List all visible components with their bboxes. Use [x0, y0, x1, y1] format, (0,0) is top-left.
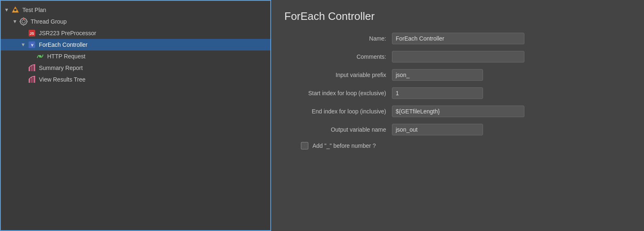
arrow-test-plan [4, 7, 10, 13]
output-variable-row: Output variable name [284, 124, 631, 135]
checkbox-row: Add "_" before number ? [301, 142, 631, 149]
summary-report-icon [27, 63, 36, 72]
testplan-icon [11, 5, 20, 14]
name-row: Name: [284, 33, 631, 44]
tree-item-label: Test Plan [22, 7, 46, 13]
arrow-foreach [21, 42, 26, 48]
svg-text:∀: ∀ [31, 43, 34, 47]
preprocessor-icon: JS [27, 29, 36, 38]
svg-rect-16 [34, 65, 35, 71]
end-index-label: End index for loop (inclusive) [284, 108, 392, 115]
name-input[interactable] [392, 33, 524, 44]
checkbox-label: Add "_" before number ? [312, 142, 376, 149]
svg-rect-17 [29, 79, 30, 83]
svg-point-1 [14, 9, 17, 11]
foreach-icon: ∀ [27, 40, 36, 49]
svg-rect-19 [34, 76, 35, 83]
output-variable-label: Output variable name [284, 126, 392, 133]
form-panel: ForEach Controller Name: Comments: Input… [271, 0, 644, 231]
page-title: ForEach Controller [284, 10, 631, 23]
tree-item-test-plan[interactable]: Test Plan [1, 4, 270, 16]
comments-row: Comments: [284, 51, 631, 63]
tree-item-label: Summary Report [39, 65, 83, 71]
input-prefix-row: Input variable prefix [284, 69, 631, 81]
start-index-row: Start index for loop (exclusive) [284, 87, 631, 99]
start-index-input[interactable] [392, 87, 483, 99]
tree-item-http-request[interactable]: HTTP Request [1, 51, 270, 62]
end-index-row: End index for loop (inclusive) [284, 106, 631, 117]
view-results-icon [27, 75, 36, 84]
tree-item-label: ForEach Controller [39, 41, 88, 48]
tree-item-view-results-tree[interactable]: View Results Tree [1, 74, 270, 85]
tree-item-label: View Results Tree [39, 76, 86, 83]
svg-rect-15 [31, 66, 33, 71]
tree-item-summary-report[interactable]: Summary Report [1, 62, 270, 74]
comments-input[interactable] [392, 51, 524, 63]
start-index-label: Start index for loop (exclusive) [284, 90, 392, 96]
http-icon [36, 52, 45, 61]
svg-point-13 [39, 55, 41, 58]
tree-item-label: HTTP Request [47, 53, 85, 60]
arrow-thread-group [12, 19, 18, 24]
tree-item-thread-group[interactable]: Thread Group [1, 16, 270, 27]
threadgroup-icon [19, 17, 28, 26]
tree-item-jsr223[interactable]: JS JSR223 PreProcessor [1, 27, 270, 39]
input-prefix-label: Input variable prefix [284, 72, 392, 78]
svg-point-3 [22, 20, 25, 23]
add-underscore-checkbox[interactable] [301, 142, 308, 149]
svg-rect-18 [31, 77, 33, 83]
output-variable-input[interactable] [392, 124, 483, 135]
svg-rect-14 [29, 67, 30, 71]
tree-item-label: Thread Group [31, 18, 67, 25]
svg-point-8 [23, 18, 24, 20]
tree-item-label: JSR223 PreProcessor [39, 30, 96, 36]
svg-text:JS: JS [29, 31, 34, 36]
end-index-input[interactable] [392, 106, 524, 117]
tree-item-foreach-controller[interactable]: ∀ ForEach Controller [1, 39, 270, 51]
name-label: Name: [284, 35, 392, 42]
comments-label: Comments: [284, 53, 392, 60]
tree-panel: Test Plan Thread Group JS JSR223 P [0, 0, 271, 231]
input-prefix-input[interactable] [392, 69, 483, 81]
